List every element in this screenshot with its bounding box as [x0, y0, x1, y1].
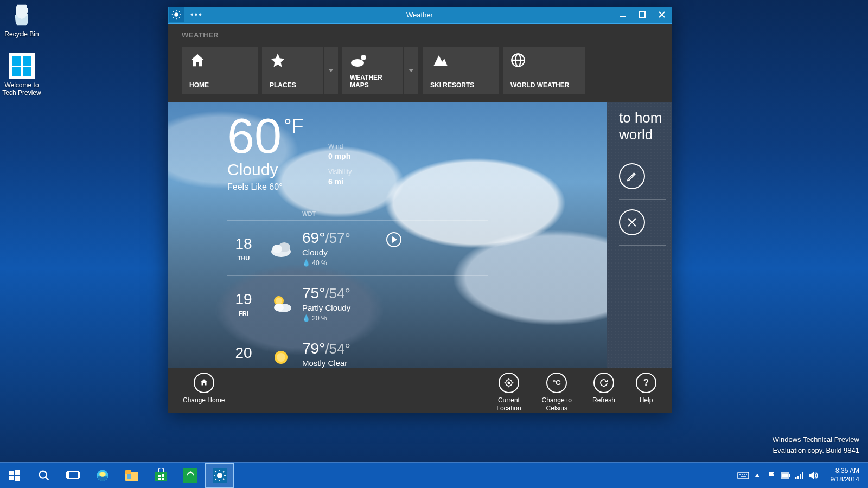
svg-line-8 — [173, 17, 174, 18]
refresh-button[interactable]: Refresh — [592, 373, 615, 413]
wind-label: Wind — [328, 143, 352, 150]
titlebar[interactable]: ••• Weather — [168, 7, 672, 24]
svg-point-36 — [40, 471, 47, 478]
nav-tile-world-weather[interactable]: WORLD WEATHER — [503, 47, 585, 94]
svg-rect-73 — [800, 474, 801, 479]
forecast-hi: 79° — [302, 340, 325, 357]
desktop-icon-tech-preview[interactable]: Welcome to Tech Preview — [0, 53, 43, 97]
current-location-button[interactable]: Current Location — [496, 373, 521, 413]
app-bar-label: Refresh — [592, 396, 615, 404]
clock-date: 9/18/2014 — [831, 476, 859, 484]
search-icon — [38, 470, 50, 481]
svg-rect-69 — [789, 474, 790, 477]
svg-rect-35 — [15, 476, 20, 481]
nav-bar: WEATHER HOME PLACES WEATHER MAPS — [168, 24, 672, 102]
close-icon — [619, 209, 645, 235]
forecast-row[interactable]: 18THU 69°/57°Cloudy💧 40 % — [227, 220, 488, 275]
mountain-icon — [430, 52, 491, 68]
refresh-icon — [593, 373, 614, 393]
chevron-up-icon — [755, 474, 760, 477]
forecast-hi: 69° — [302, 229, 325, 246]
taskbar-search[interactable] — [29, 463, 59, 488]
data-provider: WDT — [302, 210, 488, 217]
taskbar-store[interactable] — [146, 463, 176, 488]
svg-rect-33 — [15, 470, 20, 475]
forecast-dow: FRI — [227, 310, 260, 317]
svg-line-7 — [179, 11, 180, 12]
taskbar-xbox[interactable] — [176, 463, 205, 488]
app-bar: Change Home Current Location °C Change t… — [168, 368, 672, 413]
nav-tile-places[interactable]: PLACES — [262, 47, 338, 94]
nav-tile-home[interactable]: HOME — [182, 47, 258, 94]
weather-app-icon — [213, 468, 227, 483]
nav-section-label: WEATHER — [182, 31, 637, 39]
forecast-row[interactable]: 19FRI 75°/54°Partly Cloudy💧 20 % — [227, 275, 488, 331]
forecast-row[interactable]: 20 79°/54°Mostly Clear — [227, 331, 488, 368]
tray-keyboard[interactable] — [736, 463, 750, 489]
forecast-lo: /54° — [325, 341, 350, 357]
nav-tile-dropdown[interactable] — [324, 47, 338, 94]
change-to-celsius-button[interactable]: °C Change to Celsius — [542, 373, 572, 413]
tray-clock[interactable]: 8:35 AM 9/18/2014 — [825, 467, 865, 484]
taskbar-ie[interactable] — [88, 463, 117, 488]
today-panel: 60°F Cloudy Feels Like 60° Wind 0 mph Vi… — [168, 102, 607, 368]
side-panel: to hom world — [607, 102, 672, 368]
celsius-icon: °C — [546, 373, 567, 393]
watermark-line: Evaluation copy. Build 9841 — [773, 445, 859, 456]
nav-tile-ski-resorts[interactable]: SKI RESORTS — [423, 47, 499, 94]
nav-tile-weather-maps[interactable]: WEATHER MAPS — [342, 47, 418, 94]
ie-icon — [95, 468, 110, 483]
svg-rect-74 — [802, 472, 803, 479]
svg-rect-70 — [782, 474, 788, 477]
svg-rect-51 — [183, 468, 197, 483]
tray-network[interactable] — [793, 463, 807, 489]
minimize-button[interactable] — [613, 6, 633, 24]
taskbar-weather-app[interactable] — [205, 463, 234, 488]
svg-point-11 — [361, 55, 366, 60]
svg-line-5 — [173, 11, 174, 12]
help-button[interactable]: ? Help — [636, 373, 656, 413]
svg-rect-9 — [620, 16, 626, 17]
nav-tile-label: PLACES — [270, 81, 315, 89]
taskbar: 8:35 AM 9/18/2014 — [0, 462, 868, 488]
tray-battery[interactable] — [778, 463, 793, 489]
forecast-lo: /57° — [325, 230, 350, 246]
svg-rect-71 — [795, 477, 797, 479]
app-menu-ellipsis[interactable]: ••• — [190, 10, 203, 20]
folder-icon — [124, 469, 139, 482]
svg-point-27 — [508, 382, 509, 383]
forecast-desc: Cloudy — [302, 248, 350, 257]
pencil-icon — [619, 163, 645, 189]
svg-point-0 — [174, 12, 178, 17]
forecast-lo: /54° — [325, 285, 350, 301]
side-action-close[interactable] — [619, 209, 666, 235]
desktop-icon-recycle-bin[interactable]: Recycle Bin — [0, 2, 43, 38]
taskbar-explorer[interactable] — [117, 463, 146, 488]
forecast-date: 20 — [227, 344, 260, 362]
star-icon — [270, 52, 315, 68]
chevron-down-icon — [409, 69, 414, 72]
maximize-button[interactable] — [633, 6, 652, 24]
start-button[interactable] — [0, 463, 29, 488]
side-action-edit[interactable] — [619, 163, 666, 189]
svg-point-42 — [99, 472, 106, 476]
tray-chevron[interactable] — [750, 463, 764, 489]
close-button[interactable] — [652, 6, 672, 24]
taskbar-taskview[interactable] — [59, 463, 88, 488]
current-condition: Cloudy — [227, 160, 304, 179]
svg-line-37 — [46, 477, 49, 480]
visibility-label: Visibility — [328, 168, 352, 176]
tray-flag[interactable] — [764, 463, 778, 489]
nav-tile-label: HOME — [189, 81, 250, 89]
change-home-button[interactable]: Change Home — [183, 373, 225, 404]
sun-icon — [260, 344, 302, 364]
tray-volume[interactable] — [807, 463, 821, 489]
forecast-dow: THU — [227, 255, 260, 261]
store-icon — [154, 468, 168, 483]
windows-logo-icon — [8, 469, 21, 482]
partly-cloudy-icon — [260, 294, 302, 313]
forecast-precip: 💧 40 % — [302, 259, 350, 267]
nav-tile-dropdown[interactable] — [404, 47, 418, 94]
clock-time: 8:35 AM — [831, 467, 859, 476]
svg-point-23 — [274, 304, 284, 311]
